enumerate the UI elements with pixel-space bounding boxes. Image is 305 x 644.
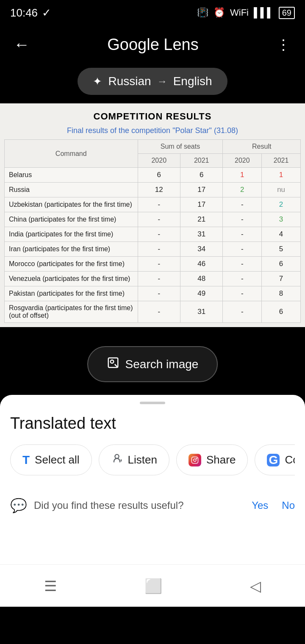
- cell-name: China (participates for the first time): [5, 212, 138, 227]
- select-all-label: Select all: [35, 453, 80, 466]
- sparkle-icon: ✦: [93, 75, 102, 88]
- table-row: Venezuela (participates for the first ti…: [5, 272, 301, 286]
- arrow-icon: →: [157, 75, 167, 87]
- status-bar: 10:46 ✓ 📳 ⏰ WiFi ▌▌▌ 69: [0, 0, 305, 25]
- table-row: Belarus 6 6 1 1: [5, 168, 301, 183]
- app-title: Google Lens: [107, 36, 199, 54]
- cell-res-2020: -: [223, 197, 262, 212]
- instagram-icon: [189, 454, 201, 466]
- cell-sum-2020: -: [138, 301, 180, 323]
- listen-label: Listen: [128, 453, 157, 466]
- cell-sum-2020: -: [138, 242, 180, 257]
- cell-sum-2020: -: [138, 257, 180, 272]
- cell-sum-2021: 48: [180, 272, 222, 286]
- cell-sum-2021: 34: [180, 242, 222, 257]
- table-row: Pakistan (participates for the first tim…: [5, 286, 301, 301]
- col-sum-2020: 2020: [138, 154, 180, 168]
- cell-res-2021: 4: [262, 227, 301, 242]
- cell-name: Iran (participates for the first time): [5, 242, 138, 257]
- google-translate-icon: G: [267, 454, 280, 466]
- signal-icon: ▌▌▌: [254, 7, 274, 18]
- cell-res-2021: 1: [262, 168, 301, 183]
- competition-subtitle: Final results of the competition "Polar …: [4, 125, 301, 139]
- battery-icon: 69: [279, 7, 295, 19]
- listen-button[interactable]: Listen: [99, 444, 169, 475]
- cell-res-2020: -: [223, 227, 262, 242]
- cell-res-2021: 2: [262, 197, 301, 212]
- copy-button[interactable]: G Copy: [255, 444, 295, 475]
- cell-sum-2020: -: [138, 286, 180, 301]
- nav-back-icon[interactable]: ◁: [250, 577, 261, 594]
- actions-row: T Select all Listen: [10, 444, 295, 480]
- table-row: India (participates for the first time) …: [5, 227, 301, 242]
- table-row: Uzbekistan (participates for the first t…: [5, 197, 301, 212]
- share-label: Share: [206, 453, 236, 466]
- feedback-row: 💬 Did you find these results useful? Yes…: [10, 491, 295, 519]
- cell-res-2020: -: [223, 301, 262, 323]
- nav-menu-icon[interactable]: ☰: [44, 577, 57, 594]
- svg-point-6: [196, 458, 197, 459]
- table-row: Morocco (participates for the first time…: [5, 257, 301, 272]
- nav-home-icon[interactable]: ⬜: [144, 577, 162, 594]
- cell-res-2021: nu: [262, 183, 301, 197]
- cell-res-2021: 8: [262, 286, 301, 301]
- cell-name: Russia: [5, 183, 138, 197]
- col-header-sum: Sum of seats: [138, 140, 223, 154]
- more-button[interactable]: ⋮: [273, 33, 295, 56]
- search-lens-icon: [107, 356, 119, 372]
- cell-sum-2021: 31: [180, 227, 222, 242]
- cell-res-2021: 6: [262, 301, 301, 323]
- col-sum-2021: 2021: [180, 154, 222, 168]
- cell-sum-2020: -: [138, 212, 180, 227]
- feedback-question: Did you find these results useful?: [34, 500, 245, 511]
- cell-name: India (participates for the first time): [5, 227, 138, 242]
- select-all-button[interactable]: T Select all: [10, 444, 92, 475]
- cell-sum-2020: 12: [138, 183, 180, 197]
- cell-sum-2021: 31: [180, 301, 222, 323]
- feedback-yes-button[interactable]: Yes: [252, 500, 268, 511]
- cell-res-2021: 6: [262, 257, 301, 272]
- cell-res-2020: -: [223, 212, 262, 227]
- cell-res-2020: -: [223, 242, 262, 257]
- check-icon: ✓: [42, 6, 51, 19]
- translation-pill[interactable]: ✦ Russian → English: [78, 68, 227, 95]
- cell-sum-2021: 17: [180, 183, 222, 197]
- svg-point-3: [115, 455, 119, 458]
- listen-icon: [111, 452, 123, 467]
- cell-name: Rosgvardia (participates for the first t…: [5, 301, 138, 323]
- nav-bar: ☰ ⬜ ◁: [0, 564, 305, 607]
- col-res-2020: 2020: [223, 154, 262, 168]
- select-all-icon: T: [22, 453, 30, 467]
- translation-pill-wrapper: ✦ Russian → English: [0, 64, 305, 103]
- search-image-label: Search image: [125, 358, 199, 371]
- cell-name: Uzbekistan (participates for the first t…: [5, 197, 138, 212]
- search-image-button[interactable]: Search image: [87, 346, 218, 382]
- cell-res-2021: 7: [262, 272, 301, 286]
- competition-table-wrapper: COMPETITION RESULTS Final results of the…: [0, 103, 305, 327]
- cell-name: Pakistan (participates for the first tim…: [5, 286, 138, 301]
- col-header-result: Result: [223, 140, 301, 154]
- cell-sum-2020: 6: [138, 168, 180, 183]
- dark-area: Search image: [0, 327, 305, 395]
- col-header-command: Command: [5, 140, 138, 168]
- table-row: Russia 12 17 2 nu: [5, 183, 301, 197]
- source-language: Russian: [108, 75, 151, 88]
- svg-point-1: [110, 360, 114, 364]
- back-button[interactable]: ←: [10, 32, 33, 57]
- feedback-no-button[interactable]: No: [282, 500, 295, 511]
- share-button[interactable]: Share: [176, 444, 248, 475]
- image-area: COMPETITION RESULTS Final results of the…: [0, 103, 305, 327]
- cell-sum-2021: 46: [180, 257, 222, 272]
- cell-res-2020: -: [223, 257, 262, 272]
- cell-res-2020: -: [223, 286, 262, 301]
- copy-label: Copy: [285, 453, 295, 466]
- bottom-sheet: Translated text T Select all Listen: [0, 395, 305, 564]
- app-header: ← Google Lens ⋮: [0, 25, 305, 64]
- target-language: English: [173, 75, 212, 88]
- col-res-2021: 2021: [262, 154, 301, 168]
- cell-sum-2021: 21: [180, 212, 222, 227]
- sheet-title: Translated text: [10, 414, 295, 433]
- cell-res-2021: 3: [262, 212, 301, 227]
- competition-table: Command Sum of seats Result 2020 2021 20…: [4, 139, 301, 323]
- wifi-icon: WiFi: [230, 7, 249, 18]
